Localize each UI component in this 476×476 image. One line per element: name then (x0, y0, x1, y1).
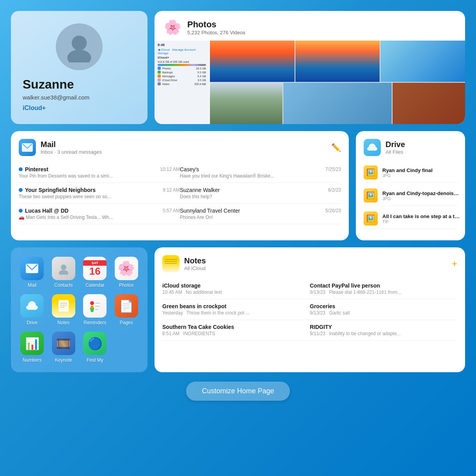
note-item[interactable]: RIDGITY 9/11/23 inability to be changed … (310, 320, 457, 341)
svg-rect-6 (59, 300, 69, 312)
customize-home-button[interactable]: Customize Home Page (186, 382, 290, 401)
mail-item[interactable]: Sunnyland Travel Center 5/26/23 Phones A… (180, 204, 341, 224)
note-item[interactable]: Contact PayPal live person 9/13/23 Pleas… (310, 279, 457, 299)
note-item[interactable]: Green beans in crockpot Yesterday Throw … (162, 299, 310, 320)
drive-files-list: 🖼️ Ryan and Cindy final JPG 🖼️ Ryan and … (364, 162, 457, 229)
app-item-findmy[interactable]: 🔵 Find My (81, 332, 109, 363)
photo-sky2 (295, 41, 380, 82)
mail-sender-name: Your Springfield Neighbors (25, 187, 96, 193)
app-icon-pages: 📄 (115, 294, 138, 318)
note-item[interactable]: Groceries 9/13/23 Garlic salt (310, 299, 457, 320)
mail-time: 10:12 AM (160, 167, 180, 172)
drive-app-icon (364, 139, 381, 156)
profile-name: Suzanne (23, 77, 136, 92)
note-title: Southern Tea Cake Cookies (162, 324, 305, 330)
customize-section: Customize Home Page (0, 372, 476, 409)
drive-subtitle: All Files (385, 149, 405, 155)
mail-card-header: Mail Inbox · 3 unread messages ✏️ (19, 139, 341, 156)
app-item-drive[interactable]: Drive (18, 294, 46, 325)
notes-title: Notes (184, 256, 206, 265)
notes-subtitle: All iCloud (184, 265, 206, 271)
notes-col-left: iCloud storage 10:45 AM No additional te… (162, 279, 310, 341)
note-title: Groceries (310, 303, 453, 309)
app-item-notes[interactable]: Notes (50, 294, 78, 325)
photo-tree (210, 83, 282, 124)
file-type: JPG (382, 173, 433, 178)
notes-card: Notes All iCloud + iCloud storage 10:45 … (155, 247, 465, 372)
photo-brick (393, 83, 465, 124)
app-item-photos[interactable]: 🌸 Photos (112, 257, 141, 288)
note-meta: 9/11/23 inability to be changed or adapt… (310, 331, 453, 336)
svg-point-1 (67, 50, 91, 62)
photos-app-icon: 🌸 (163, 18, 182, 37)
mail-column-left: Pinterest 10:12 AM Your Pin from Dessert… (19, 162, 180, 224)
app-item-pages[interactable]: 📄 Pages (112, 294, 141, 325)
mail-item[interactable]: Suzanne Walker 6/2/23 Does this help? (180, 183, 341, 204)
app-item-reminders[interactable]: Reminders (81, 294, 109, 325)
mail-column-right: Casey's 7/25/23 Have you tried our King'… (180, 162, 341, 224)
app-label-calendar: Calendar (85, 282, 105, 288)
drive-file-item[interactable]: 🖼️ All I can take is one step at a time … (364, 208, 457, 229)
mail-edit-icon[interactable]: ✏️ (331, 143, 341, 152)
note-title: Green beans in crockpot (162, 303, 305, 309)
mail-preview: These two sweet puppies were seen on so.… (19, 194, 180, 199)
note-meta: 9/13/23 Please dial 1-888-221-1161 from.… (310, 290, 453, 295)
drive-title: Drive (385, 140, 405, 149)
app-label-notes: Notes (57, 320, 69, 325)
note-item[interactable]: iCloud storage 10:45 AM No additional te… (162, 279, 310, 299)
mail-preview: Phones Are On! (180, 215, 341, 220)
drive-card-header: Drive All Files (364, 139, 457, 156)
photo-blue-cans (283, 83, 392, 124)
app-icon-keynote: 🎞️ (52, 332, 75, 355)
app-item-keynote[interactable]: 🎞️ Keynote (50, 332, 78, 363)
app-item-numbers[interactable]: 📊 Numbers (18, 332, 46, 363)
note-item[interactable]: Southern Tea Cake Cookies 8:51 AM INGRED… (162, 320, 310, 341)
drive-file-item[interactable]: 🖼️ Ryan and Cindy-topaz-denoise-e... JPG (364, 185, 457, 206)
svg-point-17 (91, 305, 94, 309)
mail-item[interactable]: Your Springfield Neighbors 9:12 AM These… (19, 183, 180, 204)
file-name: All I can take is one step at a time (382, 213, 460, 219)
mail-list: Pinterest 10:12 AM Your Pin from Dessert… (19, 162, 341, 224)
app-icon-numbers: 📊 (20, 332, 44, 355)
apps-card: Mail Contacts SAT 16 Calendar (11, 247, 147, 372)
mail-sender-name: Pinterest (25, 166, 48, 172)
photo-sky (210, 41, 295, 82)
note-meta: 10:45 AM No additional text (162, 290, 305, 295)
file-icon: 🖼️ (364, 165, 378, 179)
apps-grid: Mail Contacts SAT 16 Calendar (18, 257, 140, 363)
avatar (56, 23, 103, 70)
notes-list: iCloud storage 10:45 AM No additional te… (162, 279, 457, 341)
file-type: JPG (382, 196, 460, 201)
app-label-numbers: Numbers (23, 357, 42, 363)
app-item-mail[interactable]: Mail (18, 257, 46, 288)
app-icon-reminders (83, 294, 107, 318)
mail-item[interactable]: Lucas Hall @ DD 5:57 AM 🚗 Man Gets Into … (19, 204, 180, 224)
app-label-pages: Pages (120, 320, 133, 325)
unread-indicator (19, 209, 23, 213)
file-icon: 🖼️ (364, 211, 378, 226)
mail-time: 5:57 AM (163, 208, 180, 213)
file-icon: 🖼️ (364, 188, 378, 202)
note-meta: 9/13/23 Garlic salt (310, 310, 453, 316)
notes-add-button[interactable]: + (452, 258, 457, 269)
mail-item[interactable]: Casey's 7/25/23 Have you tried our King'… (180, 162, 341, 183)
file-type: TIF (382, 219, 460, 224)
app-icon-calendar: SAT 16 (83, 257, 107, 280)
app-icon-photos: 🌸 (115, 257, 138, 280)
app-item-calendar[interactable]: SAT 16 Calendar (81, 257, 109, 288)
notes-card-header: Notes All iCloud + (162, 255, 457, 272)
note-title: RIDGITY (310, 324, 453, 330)
unread-indicator (19, 167, 23, 171)
mail-item[interactable]: Pinterest 10:12 AM Your Pin from Dessert… (19, 162, 180, 183)
note-meta: Yesterday Throw them in the crock pot ..… (162, 310, 305, 316)
mail-sender-name: Casey's (180, 166, 199, 172)
app-label-keynote: Keynote (55, 357, 72, 363)
app-label-photos: Photos (119, 282, 133, 288)
mail-sender-name: Suzanne Walker (180, 187, 220, 193)
app-item-contacts[interactable]: Contacts (50, 257, 78, 288)
note-meta: 8:51 AM INGREDIENTS (162, 331, 305, 336)
app-label-reminders: Reminders (83, 320, 106, 325)
profile-card: Suzanne walker.sue38@gmail.com iCloud+ (11, 11, 147, 124)
mail-preview: Does this help? (180, 194, 341, 199)
drive-file-item[interactable]: 🖼️ Ryan and Cindy final JPG (364, 162, 457, 183)
